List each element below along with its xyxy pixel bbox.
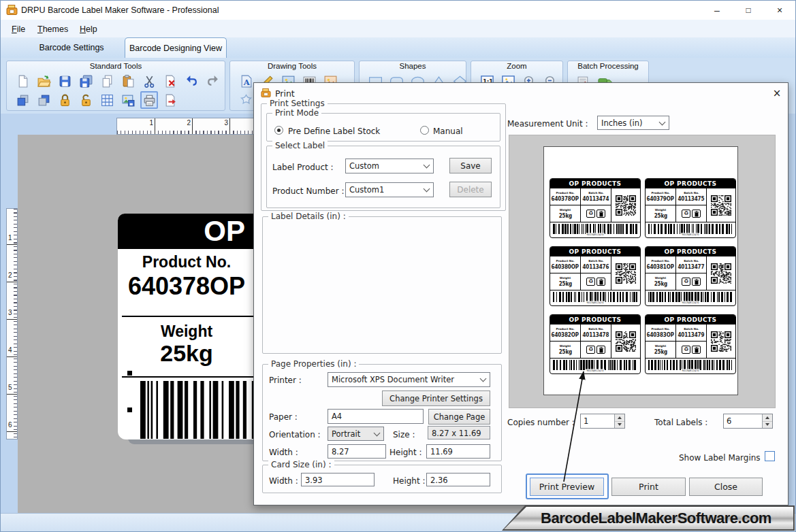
change-page-button[interactable]: Change Page [428,409,490,425]
radio-manual[interactable] [420,126,429,135]
paste-icon[interactable] [119,72,137,90]
product-number-label: Product Number : [272,186,344,196]
selection-handle[interactable] [127,408,132,412]
close-button[interactable]: × [770,3,789,17]
design-product-value[interactable]: 640378OP [118,272,255,301]
minimize-button[interactable]: – [707,3,727,17]
weight-label: Weight [655,345,666,348]
copy-icon[interactable] [98,72,116,90]
paper-label: Paper : [269,412,298,422]
save-button[interactable]: Save [449,158,492,173]
print-preview-button[interactable]: Print Preview [530,478,604,496]
preview-barcode: 90134812470 [550,358,640,372]
total-labels-spinner[interactable]: 6 [723,414,773,429]
product-no-label: Product No. [556,192,574,195]
weight-label: Weight [655,277,666,280]
radio-manual-label[interactable]: Manual [433,127,463,136]
product-no-value: 640379OP [647,195,674,202]
send-to-back-icon[interactable] [35,91,52,109]
delete-button[interactable]: Delete [449,182,492,197]
ruler-number: 6 [8,421,12,429]
orientation-select[interactable]: Portrait [328,427,384,441]
paper-input[interactable]: A4 [328,409,424,424]
watermark-text: BarcodeLabelMakerSoftware.com [504,507,793,529]
barcode-digits: 90134812470 [586,301,605,303]
ruler-number: 3 [194,119,228,127]
product-number-select[interactable]: Custom1 [345,182,434,197]
trash-icon [692,346,701,354]
product-no-value: 640382OP [552,331,579,338]
bring-to-front-icon[interactable] [14,91,31,109]
menu-help[interactable]: Help [76,23,101,35]
barcode-digits: 90134812470 [681,369,700,371]
recycle-icon: ♻ [682,210,690,218]
page-width-label: Width : [269,448,298,457]
app-icon [6,4,18,16]
new-document-icon[interactable] [14,72,31,90]
selection-handle[interactable] [127,371,132,376]
menu-themes[interactable]: Themes [33,23,72,35]
application-window: DRPU Barcode Label Maker Software - Prof… [0,0,796,532]
star-shape-tool-icon[interactable] [237,91,255,109]
printer-label: Printer : [269,376,302,385]
menu-file[interactable]: File [7,23,29,35]
vertical-ruler: 123456 [6,208,18,439]
batch-no-value: 40113479 [678,331,705,338]
trash-icon [692,278,701,286]
card-height-input[interactable]: 2.36 [426,473,490,486]
weight-label: Weight [655,209,666,212]
text-tool-icon[interactable]: A [237,72,255,90]
card-height-label: Height : [393,476,426,486]
preview-label-header: OP PRODUCTS [646,179,735,188]
radio-pre-define-label[interactable]: Pre Define Label Stock [288,127,380,136]
measurement-unit-select[interactable]: Inches (in) [597,116,669,130]
save-all-icon[interactable] [77,72,95,90]
svg-text:A: A [242,77,250,86]
show-label-margins-checkbox[interactable] [765,451,775,461]
unlock-icon[interactable] [77,91,95,109]
insert-image-icon[interactable] [119,91,137,109]
qr-code [611,325,640,358]
batch-no-label: Batch No. [588,192,603,195]
barcode-digits: 90134812470 [586,369,605,371]
preview-label: OP PRODUCTS Product No.640380OP Batch No… [550,246,641,306]
measurement-unit-label: Measurement Unit : [507,119,588,129]
close-dialog-button[interactable]: Close [689,478,763,496]
recycle-icon: ♻ [682,346,690,354]
print-preview-area: OP PRODUCTS Product No.640378OP Batch No… [509,135,776,408]
dialog-icon [261,88,271,98]
change-printer-settings-button[interactable]: Change Printer Settings [382,390,490,406]
lock-icon[interactable] [56,91,74,109]
undo-icon[interactable] [182,72,200,90]
card-width-input[interactable]: 3.93 [301,473,375,486]
page-width-input[interactable]: 8.27 [328,444,386,459]
product-no-label: Product No. [556,260,574,263]
printer-select[interactable]: Microsoft XPS Document Writer [328,372,490,387]
save-icon[interactable] [56,72,74,90]
maximize-button[interactable]: □ [739,3,758,17]
export-icon[interactable] [161,91,179,109]
redo-icon[interactable] [204,72,221,90]
copies-number-spinner[interactable]: 1 [580,414,625,429]
tab-barcode-settings[interactable]: Barcode Settings [21,37,122,58]
design-product-label[interactable]: Product No. [118,253,255,271]
trash-icon [596,210,605,218]
product-no-value: 640380OP [552,263,579,270]
design-weight-label[interactable]: Weight [118,322,255,341]
cut-icon[interactable] [140,72,158,90]
show-label-margins-label: Show Label Margins [679,453,761,463]
design-weight-value[interactable]: 25kg [118,340,255,367]
barcode-digits: 90134812470 [586,233,605,235]
radio-pre-define-label-stock[interactable] [274,126,283,135]
weight-value: 25kg [558,212,571,219]
page-height-input[interactable]: 11.69 [426,444,490,459]
print-button[interactable]: Print [611,478,686,496]
print-icon[interactable] [140,91,158,109]
open-folder-icon[interactable] [35,72,52,90]
grid-icon[interactable] [98,91,116,109]
weight-value: 25kg [654,212,667,219]
tab-barcode-designing-view[interactable]: Barcode Designing View [125,37,227,58]
delete-icon[interactable] [161,72,179,90]
label-product-select[interactable]: Custom [345,159,434,173]
dialog-close-icon[interactable]: × [770,86,784,100]
